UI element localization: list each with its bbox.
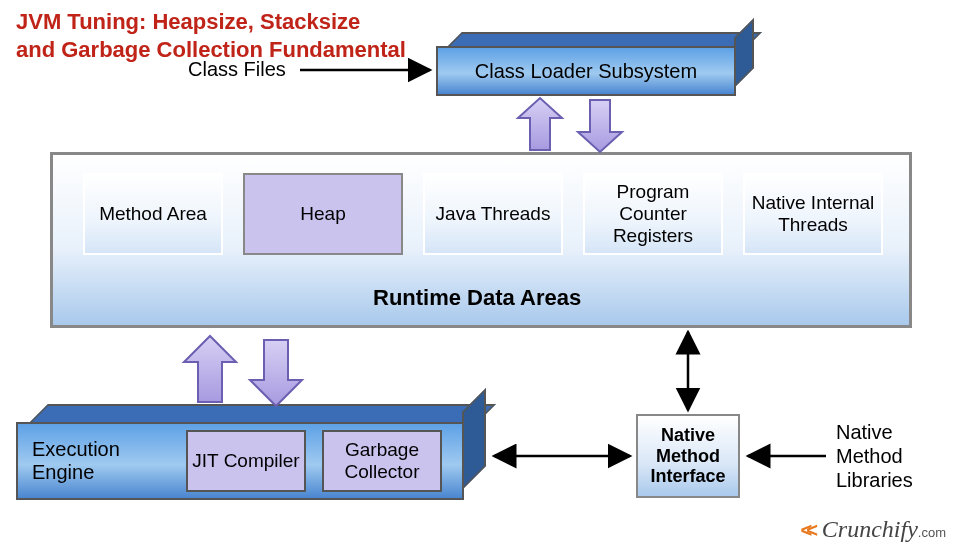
garbage-collector-box: Garbage Collector — [322, 430, 442, 492]
runtime-data-areas-panel: Method Area Heap Java Threads Program Co… — [50, 152, 912, 328]
execution-engine-block: Execution Engine JIT Compiler Garbage Co… — [16, 404, 486, 504]
native-method-libraries-label: Native Method Libraries — [836, 420, 936, 492]
rda-pc-registers: Program Counter Registers — [583, 173, 723, 255]
title-line-1: JVM Tuning: Heapsize, Stacksize — [16, 9, 360, 34]
execution-engine-label: Execution Engine — [18, 424, 182, 498]
class-loader-label: Class Loader Subsystem — [438, 48, 734, 94]
logo-brand: Crunchify — [822, 516, 918, 542]
jit-compiler-box: JIT Compiler — [186, 430, 306, 492]
rda-heap: Heap — [243, 173, 403, 255]
diagram-title: JVM Tuning: Heapsize, Stacksize and Garb… — [16, 8, 406, 63]
logo-chevron-icon: << — [800, 519, 811, 541]
rda-java-threads: Java Threads — [423, 173, 563, 255]
crunchify-logo: << Crunchify.com — [800, 516, 946, 543]
rda-native-threads: Native Internal Threads — [743, 173, 883, 255]
rda-method-area: Method Area — [83, 173, 223, 255]
rda-title: Runtime Data Areas — [373, 285, 581, 311]
logo-suffix: .com — [918, 525, 946, 540]
native-method-interface-box: Native Method Interface — [636, 414, 740, 498]
class-files-label: Class Files — [188, 58, 286, 81]
class-loader-block: Class Loader Subsystem — [436, 32, 756, 102]
nml-text: Native Method Libraries — [836, 420, 936, 492]
